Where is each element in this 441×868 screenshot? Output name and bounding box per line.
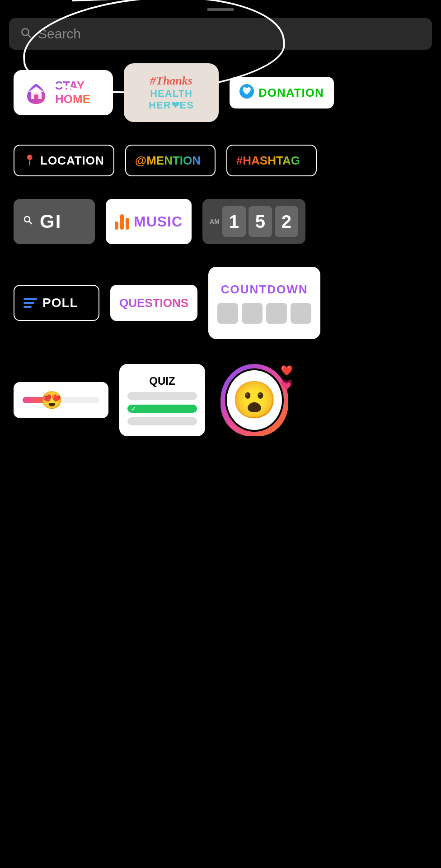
sticker-gif[interactable]: GI	[14, 199, 95, 244]
sticker-quiz[interactable]: QUIZ ✓	[119, 364, 205, 436]
quiz-option-3	[127, 417, 197, 425]
sticker-countdown[interactable]: COUNTDOWN	[208, 267, 320, 339]
stayhome-text: STAYHOME	[55, 79, 90, 106]
search-placeholder-text: Search	[38, 26, 81, 42]
sticker-row-2: 📍 LOCATION @MENTION #HASHTAG	[14, 145, 427, 176]
poll-text: POLL	[42, 296, 78, 310]
sticker-thanks[interactable]: #Thanks HEALTH HER❤ES	[124, 63, 219, 122]
donation-heart-icon	[239, 84, 254, 102]
mention-text: @MENTION	[135, 154, 201, 168]
time-am-label: AM	[210, 218, 220, 226]
quiz-option-correct: ✓	[127, 405, 197, 413]
countdown-box-2	[242, 303, 263, 324]
quiz-title: QUIZ	[127, 375, 197, 387]
time-digit-1: 1	[222, 206, 246, 237]
quiz-check-icon: ✓	[131, 405, 136, 412]
countdown-boxes	[217, 303, 311, 324]
slider-emoji: 😍	[41, 392, 62, 409]
sticker-music[interactable]: MUSIC	[106, 199, 192, 244]
sticker-donation[interactable]: DONATION	[230, 77, 334, 108]
thanks-line1: #Thanks	[150, 74, 192, 88]
location-pin-icon: 📍	[23, 155, 36, 166]
countdown-box-4	[291, 303, 311, 324]
sticker-mention[interactable]: @MENTION	[125, 145, 216, 176]
sticker-row-5: 😍 QUIZ ✓ 😮 ❤️💗	[14, 362, 427, 439]
sticker-emoji-face[interactable]: 😮 ❤️💗	[216, 362, 293, 439]
sticker-row-3: GI MUSIC AM 1 5 2	[14, 199, 427, 244]
sticker-questions[interactable]: QUESTIONS	[110, 285, 197, 321]
thanks-line3: HER❤ES	[149, 99, 194, 111]
donation-text: DONATION	[258, 86, 324, 100]
questions-text: QUESTIONS	[119, 296, 188, 310]
music-text: MUSIC	[134, 213, 183, 230]
sticker-poll[interactable]: POLL	[14, 285, 99, 321]
search-icon	[20, 27, 32, 42]
sticker-location[interactable]: 📍 LOCATION	[14, 145, 114, 176]
sticker-stayhome[interactable]: STAYHOME	[14, 70, 113, 115]
quiz-option-1	[127, 392, 197, 400]
music-bars-icon	[115, 213, 129, 230]
heart-floats: ❤️💗	[281, 364, 293, 392]
thanks-line2: HEALTH	[150, 88, 192, 99]
time-digit-2: 5	[249, 206, 272, 237]
sticker-slider[interactable]: 😍	[14, 382, 108, 418]
svg-rect-4	[34, 94, 38, 99]
countdown-text: COUNTDOWN	[221, 283, 308, 297]
poll-lines-icon	[23, 298, 37, 308]
countdown-box-3	[266, 303, 287, 324]
time-digit-3: 2	[275, 206, 298, 237]
sticker-row-1: STAYHOME #Thanks HEALTH HER❤ES DONATION	[14, 63, 427, 122]
location-text: LOCATION	[40, 154, 104, 168]
sticker-hashtag[interactable]: #HASHTAG	[226, 145, 317, 176]
svg-line-1	[28, 34, 31, 37]
svg-line-7	[29, 222, 32, 224]
hashtag-text: #HASHTAG	[236, 154, 300, 168]
gif-search-icon	[23, 215, 33, 228]
countdown-box-1	[217, 303, 238, 324]
sticker-time[interactable]: AM 1 5 2	[202, 199, 305, 244]
sticker-row-4: POLL QUESTIONS COUNTDOWN	[14, 267, 427, 339]
search-bar[interactable]: Search	[9, 18, 432, 50]
gif-text: GI	[40, 211, 61, 232]
